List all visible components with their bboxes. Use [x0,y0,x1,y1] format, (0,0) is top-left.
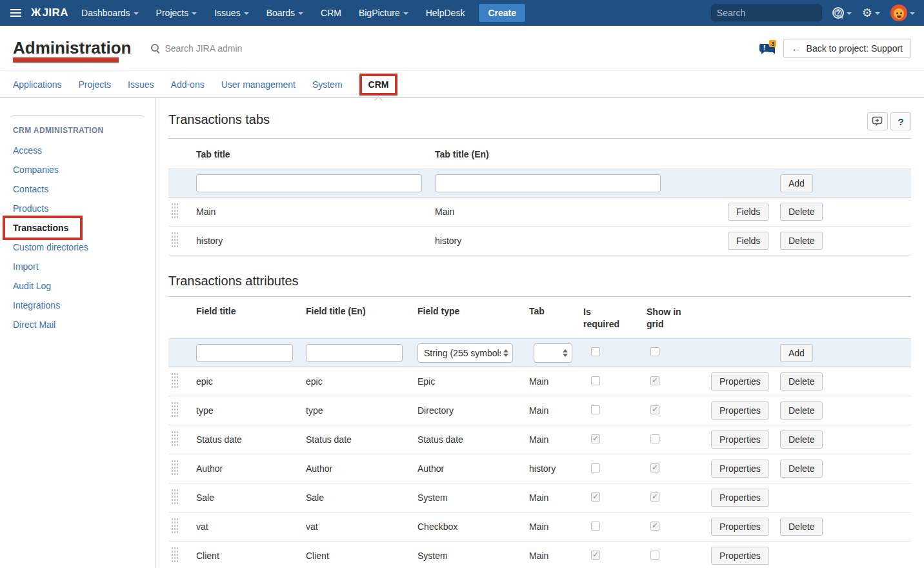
show-in-grid-checkbox[interactable] [650,434,659,443]
feedback-button[interactable] [867,112,888,130]
nav-item-label: Boards [266,8,295,18]
show-in-grid-checkbox[interactable] [650,405,659,414]
nav-item-issues[interactable]: Issues [214,8,248,18]
navbar-search[interactable] [711,5,822,21]
transactions-attributes-table: Field title Field title (En) Field type … [168,297,911,568]
is-required-checkbox[interactable] [591,405,600,414]
drag-handle-icon[interactable] [171,547,178,563]
tab-value: Main [526,551,580,561]
drag-handle-icon[interactable] [171,431,178,447]
drag-handle-icon[interactable] [171,203,178,219]
notifications-button[interactable]: ! 3 [759,40,777,57]
show-in-grid-checkbox[interactable] [650,522,659,531]
drag-handle-icon[interactable] [171,489,178,505]
tab-select[interactable] [534,343,572,363]
tab-applications[interactable]: Applications [13,79,62,90]
user-menu[interactable] [890,5,915,21]
admin-search[interactable] [150,43,274,54]
tab-title-en-value: history [432,236,670,246]
sidebar-item-contacts[interactable]: Contacts [13,184,48,194]
add-tab-button[interactable]: Add [780,174,813,192]
drag-handle-icon[interactable] [171,372,178,389]
show-in-grid-checkbox[interactable] [650,492,659,502]
back-to-project-button[interactable]: ← Back to project: Support [783,39,911,58]
fields-button[interactable]: Fields [728,232,768,250]
is-required-checkbox[interactable] [591,434,600,443]
new-field-title-input[interactable] [196,344,293,362]
tab-issues[interactable]: Issues [128,79,154,90]
tab-crm[interactable]: CRM [368,79,389,90]
hamburger-menu-icon[interactable] [9,6,22,19]
question-mark-icon: ? [898,116,903,127]
delete-attribute-button[interactable]: Delete [780,518,823,536]
sidebar-item-access[interactable]: Access [13,145,42,156]
drag-handle-icon[interactable] [171,401,178,418]
new-field-title-en-input[interactable] [306,344,403,362]
properties-button[interactable]: Properties [711,431,769,449]
properties-button[interactable]: Properties [711,372,769,391]
main-content: Transactions tabs ? [156,98,924,568]
chevron-down-icon [403,12,408,15]
show-in-grid-checkbox[interactable] [650,463,659,472]
show-in-grid-checkbox[interactable] [650,376,659,385]
sidebar-item-transactions[interactable]: Transactions [13,223,68,233]
delete-attribute-button[interactable]: Delete [780,431,823,449]
drag-handle-icon[interactable] [171,460,178,476]
drag-handle-icon[interactable] [171,518,178,534]
properties-button[interactable]: Properties [711,460,769,478]
sidebar-item-products[interactable]: Products [13,203,48,214]
tab-system[interactable]: System [312,79,343,90]
is-required-checkbox[interactable] [591,522,600,531]
help-button[interactable]: ? [890,112,911,130]
is-required-checkbox[interactable] [591,492,600,502]
delete-tab-button[interactable]: Delete [780,232,823,250]
attribute-row-client: Client Client System Main Properties [168,542,911,568]
field-type-select[interactable]: String (255 symbols) [417,343,513,363]
delete-tab-button[interactable]: Delete [780,203,823,221]
is-required-checkbox[interactable] [591,463,600,472]
nav-item-bigpicture[interactable]: BigPicture [359,8,408,18]
drag-handle-icon[interactable] [171,232,178,249]
show-in-grid-checkbox[interactable] [650,347,659,356]
admin-search-input[interactable] [165,43,274,54]
sidebar-item-custom-directories[interactable]: Custom directories [13,242,88,252]
navbar-search-input[interactable] [717,8,834,18]
show-in-grid-checkbox[interactable] [650,551,659,560]
field-title-en-value: Status date [303,434,414,445]
nav-item-boards[interactable]: Boards [266,8,303,18]
sidebar-item-audit-log[interactable]: Audit Log [13,281,51,291]
sidebar-item-import[interactable]: Import [13,261,39,272]
properties-button[interactable]: Properties [711,489,769,507]
sidebar-divider [13,115,142,116]
is-required-checkbox[interactable] [591,376,600,385]
feedback-bubble-icon [872,116,883,127]
sidebar-item-integrations[interactable]: Integrations [13,300,60,310]
nav-item-helpdesk[interactable]: HelpDesk [426,8,465,18]
delete-attribute-button[interactable]: Delete [780,372,823,391]
sidebar-item-companies[interactable]: Companies [13,165,59,175]
nav-item-projects[interactable]: Projects [156,8,197,18]
fields-button[interactable]: Fields [728,203,768,221]
admin-settings-menu[interactable]: ⚙ [862,7,880,19]
tab-addons[interactable]: Add-ons [171,79,205,90]
properties-button[interactable]: Properties [711,547,769,565]
properties-button[interactable]: Properties [711,518,769,536]
chevron-down-icon [134,12,139,15]
add-attribute-button[interactable]: Add [780,344,813,362]
is-required-checkbox[interactable] [591,551,600,560]
nav-item-crm[interactable]: CRM [321,8,341,18]
properties-button[interactable]: Properties [711,401,769,420]
admin-header: Administration ! 3 ← Back to [0,26,924,71]
is-required-checkbox[interactable] [591,347,600,356]
sidebar-item-direct-mail[interactable]: Direct Mail [13,320,55,330]
tab-projects[interactable]: Projects [79,79,112,90]
new-tab-title-input[interactable] [196,174,422,192]
nav-item-dashboards[interactable]: Dashboards [81,8,139,18]
field-title-value: Client [193,551,303,561]
delete-attribute-button[interactable]: Delete [780,401,823,420]
create-button[interactable]: Create [479,4,525,22]
jira-logo[interactable]: Ж JIRA [31,6,68,19]
tab-user-management[interactable]: User management [221,79,296,90]
new-tab-title-en-input[interactable] [435,174,661,192]
delete-attribute-button[interactable]: Delete [780,460,823,478]
